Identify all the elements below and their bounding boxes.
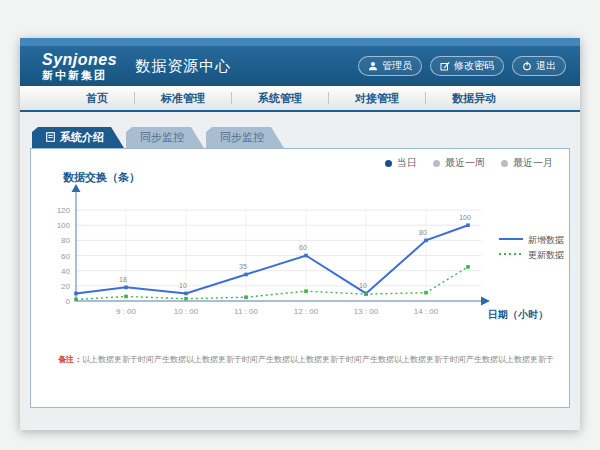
series-line-0 bbox=[76, 225, 468, 293]
y-tick-label: 0 bbox=[66, 297, 71, 306]
radio-today[interactable]: 当日 bbox=[385, 156, 417, 170]
data-point bbox=[124, 286, 128, 290]
tab-label: 同步监控 bbox=[220, 130, 264, 145]
radio-label: 最近一周 bbox=[445, 156, 485, 170]
data-point bbox=[124, 295, 128, 299]
nav-item-home[interactable]: 首页 bbox=[60, 91, 134, 106]
tab-sync-monitor-2[interactable]: 同步监控 bbox=[206, 127, 284, 148]
data-point-label: 10 bbox=[359, 282, 367, 289]
radio-label: 当日 bbox=[397, 156, 417, 170]
time-range-filter: 当日 最近一周 最近一月 bbox=[385, 156, 553, 170]
tab-bar: 系统介绍 同步监控 同步监控 bbox=[32, 127, 284, 148]
radio-last-month[interactable]: 最近一月 bbox=[501, 156, 553, 170]
top-accent-strip bbox=[20, 38, 580, 46]
tab-system-intro[interactable]: 系统介绍 bbox=[32, 127, 124, 148]
data-point bbox=[244, 295, 248, 299]
logout-button[interactable]: 退出 bbox=[512, 56, 566, 76]
nav-item-data-change[interactable]: 数据异动 bbox=[426, 91, 522, 106]
chart-panel: 当日 最近一周 最近一月 数据交换（条） 0204060801001209 : … bbox=[30, 148, 570, 408]
data-point bbox=[74, 292, 78, 296]
data-point bbox=[244, 273, 248, 277]
brand-logo-latin: Synjones bbox=[42, 52, 117, 68]
data-point bbox=[466, 223, 470, 227]
main-nav: 首页 标准管理 系统管理 对接管理 数据异动 bbox=[20, 86, 580, 112]
data-point-label: 18 bbox=[119, 276, 127, 283]
data-point-label: 80 bbox=[419, 229, 427, 236]
y-tick-label: 80 bbox=[61, 236, 70, 245]
series-line-1 bbox=[76, 267, 468, 300]
tab-label: 同步监控 bbox=[140, 130, 184, 145]
content-area: 系统介绍 同步监控 同步监控 当日 最近一周 bbox=[20, 112, 580, 430]
change-password-button[interactable]: 修改密码 bbox=[430, 56, 504, 76]
y-axis-arrow-icon bbox=[72, 184, 81, 192]
power-icon bbox=[522, 61, 532, 71]
radio-label: 最近一月 bbox=[513, 156, 553, 170]
admin-user-label: 管理员 bbox=[382, 59, 412, 73]
data-point bbox=[364, 292, 368, 296]
note-text: 以上数据更新于时间产生数据以上数据更新于时间产生数据以上数据更新于时间产生数据以… bbox=[82, 355, 554, 364]
nav-item-interface-mgmt[interactable]: 对接管理 bbox=[329, 91, 425, 106]
y-tick-label: 20 bbox=[61, 282, 70, 291]
nav-item-system-mgmt[interactable]: 系统管理 bbox=[232, 91, 328, 106]
app-window: Synjones 新中新集团 数据资源中心 管理员 修改密码 退出 bbox=[20, 38, 580, 430]
x-tick-label: 14 : 00 bbox=[414, 307, 439, 316]
x-axis-title: 日期（小时） bbox=[488, 309, 548, 320]
logout-label: 退出 bbox=[536, 59, 556, 73]
app-header: Synjones 新中新集团 数据资源中心 管理员 修改密码 退出 bbox=[20, 46, 580, 86]
radio-dot bbox=[385, 160, 392, 167]
data-point-label: 100 bbox=[459, 214, 471, 221]
page-title: 数据资源中心 bbox=[135, 57, 231, 76]
legend-label[interactable]: 更新数据 bbox=[528, 250, 564, 260]
x-axis-arrow-icon bbox=[481, 297, 490, 306]
data-point bbox=[424, 291, 428, 295]
legend-label[interactable]: 新增数据 bbox=[528, 235, 564, 245]
radio-last-week[interactable]: 最近一周 bbox=[433, 156, 485, 170]
y-tick-label: 60 bbox=[61, 252, 70, 261]
data-point bbox=[424, 239, 428, 243]
radio-dot bbox=[501, 160, 508, 167]
data-point bbox=[466, 265, 470, 269]
y-tick-label: 120 bbox=[57, 206, 71, 215]
x-tick-label: 10 : 00 bbox=[174, 307, 199, 316]
header-actions: 管理员 修改密码 退出 bbox=[358, 56, 566, 76]
nav-item-standard-mgmt[interactable]: 标准管理 bbox=[135, 91, 231, 106]
x-tick-label: 13 : 00 bbox=[354, 307, 379, 316]
data-point bbox=[184, 292, 188, 296]
document-icon bbox=[46, 132, 55, 144]
brand-logo-chinese: 新中新集团 bbox=[42, 70, 117, 81]
x-tick-label: 9 : 00 bbox=[116, 307, 137, 316]
line-chart: 0204060801001209 : 0010 : 0011 : 0012 : … bbox=[41, 183, 571, 333]
data-point-label: 35 bbox=[239, 263, 247, 270]
y-tick-label: 40 bbox=[61, 267, 70, 276]
data-point-label: 10 bbox=[179, 282, 187, 289]
data-point bbox=[304, 289, 308, 293]
edit-icon bbox=[440, 61, 450, 71]
note-label: 备注： bbox=[58, 355, 82, 364]
data-point bbox=[304, 254, 308, 258]
user-icon bbox=[368, 61, 378, 71]
x-tick-label: 12 : 00 bbox=[294, 307, 319, 316]
brand-logo: Synjones 新中新集团 bbox=[42, 52, 117, 81]
footer-note: 备注：以上数据更新于时间产生数据以上数据更新于时间产生数据以上数据更新于时间产生… bbox=[58, 354, 563, 365]
data-point-label: 60 bbox=[299, 244, 307, 251]
change-password-label: 修改密码 bbox=[454, 59, 494, 73]
radio-dot bbox=[433, 160, 440, 167]
tab-label: 系统介绍 bbox=[60, 130, 104, 145]
y-tick-label: 100 bbox=[57, 221, 71, 230]
tab-sync-monitor-1[interactable]: 同步监控 bbox=[126, 127, 204, 148]
admin-user-button[interactable]: 管理员 bbox=[358, 56, 422, 76]
data-point bbox=[74, 298, 78, 302]
data-point bbox=[184, 297, 188, 301]
x-tick-label: 11 : 00 bbox=[234, 307, 258, 316]
